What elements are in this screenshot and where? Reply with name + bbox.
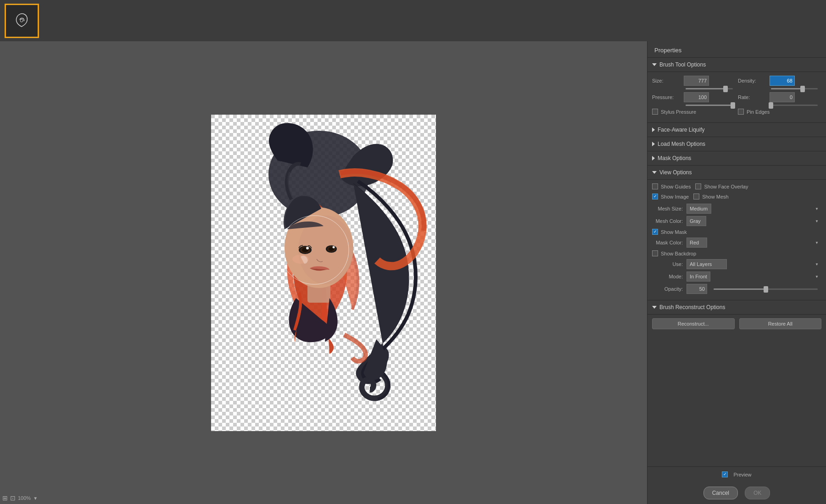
- liquify-tool-icon: [11, 11, 32, 31]
- pressure-group: Pressure:: [652, 92, 736, 102]
- brush-tool-options-content: Size: Density:: [647, 72, 826, 123]
- mask-color-label: Mask Color:: [652, 240, 686, 245]
- properties-panel: Properties Brush Tool Options Size: Dens…: [647, 41, 826, 504]
- use-dropdown-wrapper: All Layers Selected Layer: [686, 259, 821, 269]
- pin-edges-label: Pin Edges: [747, 109, 770, 115]
- pressure-rate-row: Pressure: Rate:: [652, 92, 821, 102]
- mask-options-triangle: [652, 156, 655, 161]
- use-row: Use: All Layers Selected Layer: [652, 259, 821, 269]
- zoom-dropdown-icon[interactable]: ▼: [33, 496, 38, 501]
- canvas-wrapper: [211, 115, 436, 431]
- density-slider-track[interactable]: [771, 88, 818, 89]
- pin-edges-checkbox[interactable]: [738, 109, 744, 115]
- density-label: Density:: [738, 78, 768, 83]
- brush-reconstruct-triangle: [652, 306, 657, 309]
- load-mesh-header[interactable]: Load Mesh Options: [647, 137, 826, 151]
- preview-section: Preview: [647, 466, 826, 482]
- mesh-color-dropdown-wrapper: Red Gray Black White: [686, 216, 821, 226]
- svg-point-0: [20, 19, 23, 22]
- opacity-input[interactable]: [686, 284, 707, 294]
- opacity-row: Opacity:: [652, 284, 821, 294]
- brush-reconstruct-header[interactable]: Brush Reconstruct Options: [647, 300, 826, 315]
- mesh-size-select[interactable]: Small Medium Large: [686, 204, 711, 214]
- preview-checkbox[interactable]: [722, 471, 728, 477]
- mode-label: Mode:: [652, 274, 686, 279]
- size-slider-track[interactable]: [686, 88, 733, 89]
- reconstruct-button[interactable]: Reconstruct...: [652, 318, 735, 329]
- ok-button[interactable]: OK: [745, 487, 770, 499]
- panel-title: Properties: [647, 41, 826, 58]
- use-select[interactable]: All Layers Selected Layer: [686, 259, 727, 269]
- preview-label: Preview: [733, 472, 751, 477]
- mesh-size-row: Mesh Size: Small Medium Large: [652, 204, 821, 214]
- brush-reconstruct-label: Brush Reconstruct Options: [659, 304, 725, 310]
- tool-icon-box[interactable]: [5, 4, 39, 38]
- pressure-rate-slider-row: [652, 105, 821, 106]
- dialog-buttons: Cancel OK: [647, 482, 826, 504]
- pressure-slider-track[interactable]: [686, 105, 733, 106]
- brush-tool-options-triangle: [652, 63, 657, 66]
- mesh-size-dropdown-wrapper: Small Medium Large: [686, 204, 821, 214]
- mesh-color-row: Mesh Color: Red Gray Black White: [652, 216, 821, 226]
- density-input[interactable]: [770, 76, 795, 86]
- svg-point-17: [333, 246, 335, 248]
- stylus-pressure-checkbox[interactable]: [652, 109, 658, 115]
- show-backdrop-checkbox[interactable]: [652, 250, 658, 256]
- show-backdrop-row: Show Backdrop: [652, 250, 821, 256]
- show-guides-row: Show Guides: [652, 183, 691, 189]
- mask-color-select[interactable]: Red Green Blue White: [686, 238, 707, 248]
- show-mesh-label: Show Mesh: [702, 194, 728, 199]
- rate-label: Rate:: [738, 94, 768, 100]
- guides-face-overlay-row: Show Guides Show Face Overlay: [652, 183, 821, 191]
- image-mesh-row: Show Image Show Mesh: [652, 194, 821, 201]
- pressure-input[interactable]: [684, 92, 709, 102]
- mode-row: Mode: In Front Behind Blend: [652, 271, 821, 282]
- show-guides-checkbox[interactable]: [652, 183, 658, 189]
- show-mask-checkbox[interactable]: [652, 229, 658, 235]
- show-image-checkbox[interactable]: [652, 194, 658, 199]
- cancel-button[interactable]: Cancel: [703, 487, 738, 499]
- opacity-label: Opacity:: [652, 286, 686, 292]
- pin-edges-row: Pin Edges: [738, 109, 821, 115]
- canvas-area: ⊞ ⊡ 100% ▼: [0, 41, 647, 504]
- restore-all-button[interactable]: Restore All: [739, 318, 822, 329]
- opacity-slider-track[interactable]: [714, 288, 818, 290]
- rate-slider-track[interactable]: [771, 105, 818, 106]
- mesh-color-select[interactable]: Red Gray Black White: [686, 216, 706, 226]
- show-image-label: Show Image: [661, 194, 689, 199]
- show-image-row: Show Image: [652, 194, 689, 199]
- brush-tool-options-header[interactable]: Brush Tool Options: [647, 58, 826, 72]
- show-face-overlay-row: Show Face Overlay: [695, 183, 748, 189]
- use-label: Use:: [652, 261, 686, 267]
- size-group: Size:: [652, 76, 736, 86]
- load-mesh-label: Load Mesh Options: [658, 141, 705, 147]
- view-options-header[interactable]: View Options: [647, 166, 826, 180]
- face-aware-triangle: [652, 127, 655, 132]
- pressure-label: Pressure:: [652, 94, 682, 100]
- view-options-label: View Options: [659, 169, 692, 176]
- view-options-content: Show Guides Show Face Overlay Show Image…: [647, 180, 826, 300]
- view-options-triangle: [652, 171, 657, 174]
- face-aware-header[interactable]: Face-Aware Liquify: [647, 123, 826, 137]
- show-face-overlay-checkbox[interactable]: [695, 183, 701, 189]
- artwork-svg: [211, 115, 436, 431]
- preview-row: Preview: [722, 471, 751, 477]
- canvas-status: ⊞ ⊡ 100% ▼: [2, 494, 38, 502]
- mask-color-row: Mask Color: Red Green Blue White: [652, 238, 821, 248]
- show-face-overlay-label: Show Face Overlay: [704, 184, 748, 189]
- rate-group: Rate:: [738, 92, 821, 102]
- zoom-label: 100%: [18, 495, 31, 501]
- face-aware-label: Face-Aware Liquify: [658, 127, 705, 133]
- brush-tool-options-label: Brush Tool Options: [659, 61, 706, 68]
- show-guides-label: Show Guides: [661, 184, 691, 189]
- show-mesh-checkbox[interactable]: [693, 194, 699, 199]
- size-input[interactable]: [684, 76, 709, 86]
- top-bar: [0, 0, 826, 41]
- mode-select[interactable]: In Front Behind Blend: [686, 271, 710, 282]
- show-backdrop-label: Show Backdrop: [661, 251, 696, 256]
- show-mask-label: Show Mask: [661, 229, 687, 235]
- size-slider-row: [652, 88, 821, 89]
- rate-input[interactable]: [770, 92, 795, 102]
- mask-options-header[interactable]: Mask Options: [647, 151, 826, 166]
- density-group: Density:: [738, 76, 821, 86]
